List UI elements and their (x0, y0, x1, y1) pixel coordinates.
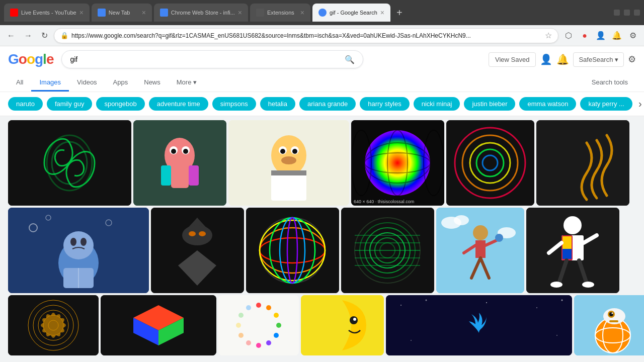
svg-point-132 (426, 300, 427, 301)
svg-text:640 × 640 · thisiscolossal.com: 640 × 640 · thisiscolossal.com (354, 199, 414, 204)
user-account-button[interactable]: 👤 (540, 53, 552, 65)
cat-katy-perry[interactable]: katy perry ... (580, 97, 632, 111)
new-tab-button[interactable]: + (392, 5, 407, 21)
ext-icon-1[interactable]: ⬡ (561, 29, 576, 43)
back-button[interactable]: ← (4, 29, 18, 42)
image-item-yellow-slinky[interactable] (536, 120, 629, 206)
image-item-mandala[interactable] (8, 295, 99, 355)
search-submit-button[interactable]: 🔍 (345, 55, 355, 64)
address-bar[interactable]: 🔒 https://www.google.com/search?q=gif&rl… (54, 28, 558, 43)
cat-family-guy[interactable]: family guy (47, 97, 93, 111)
cat-adventure-time[interactable]: adventure time (149, 97, 208, 111)
notifications-button[interactable]: 🔔 (556, 53, 569, 65)
svg-point-119 (274, 333, 279, 338)
tab-search-tools[interactable]: Search tools (584, 74, 636, 92)
forward-button[interactable]: → (21, 29, 35, 42)
cat-naruto[interactable]: naruto (8, 97, 43, 111)
tab-more[interactable]: More ▾ (169, 74, 205, 92)
image-item-3d-cube[interactable] (101, 295, 216, 355)
image-item-circle-rings[interactable] (446, 120, 534, 206)
svg-point-13 (271, 135, 306, 175)
image-item-dots-circle[interactable] (218, 295, 299, 355)
svg-point-17 (292, 149, 297, 154)
ext-favicon (256, 9, 264, 17)
image-item-batman[interactable] (151, 208, 244, 293)
star-icon[interactable]: ☆ (545, 31, 552, 40)
svg-point-126 (246, 305, 251, 310)
search-box[interactable]: 🔍 (61, 50, 363, 68)
search-input[interactable] (70, 55, 341, 63)
svg-point-131 (400, 305, 401, 306)
tab-ext-close[interactable]: × (300, 9, 304, 17)
tab-videos[interactable]: Videos (69, 74, 105, 92)
category-next-button[interactable]: › (636, 96, 644, 112)
tab-apps[interactable]: Apps (105, 74, 136, 92)
cat-hetalia[interactable]: hetalia (260, 97, 295, 111)
image-grid: 640 × 640 · thisiscolossal.com (0, 116, 644, 359)
image-item-rainbow-sphere[interactable]: 640 × 640 · thisiscolossal.com (351, 120, 444, 206)
svg-point-77 (454, 215, 469, 225)
maximize-button[interactable] (624, 10, 630, 16)
tab-search-label: gif - Google Search (330, 10, 377, 16)
svg-point-18 (281, 156, 296, 164)
svg-point-122 (246, 340, 251, 345)
image-item-blue-character[interactable] (8, 208, 149, 293)
tab-ext-label: Extensions (267, 10, 297, 16)
tab-news[interactable]: News (136, 74, 169, 92)
cat-simpsons[interactable]: simpsons (212, 97, 256, 111)
cat-emma-watson[interactable]: emma watson (519, 97, 576, 111)
image-item-green-spiral2[interactable] (341, 208, 434, 293)
ext-icon-2[interactable]: ● (578, 29, 592, 43)
tab-search-close[interactable]: × (380, 9, 384, 17)
cat-ariana-grande[interactable]: ariana grande (299, 97, 356, 111)
tab-youtube-close[interactable]: × (79, 9, 84, 17)
cat-harry-styles[interactable]: harry styles (360, 97, 409, 111)
tab-images[interactable]: Images (31, 74, 69, 92)
image-item-rainbow-globe[interactable] (246, 208, 339, 293)
tab-newtab-close[interactable]: × (142, 9, 146, 17)
tab-chrome-store[interactable]: Chrome Web Store - infi... × (154, 4, 248, 22)
ext-icon-4[interactable]: 🔔 (610, 29, 624, 43)
image-item-twitter[interactable] (386, 295, 572, 355)
image-item-spiral-green[interactable] (8, 120, 131, 206)
cat-justin-bieber[interactable]: justin bieber (464, 97, 515, 111)
svg-point-87 (564, 216, 582, 234)
google-logo: Google (8, 51, 53, 67)
image-item-dancing-white[interactable] (526, 208, 619, 293)
svg-rect-80 (475, 240, 486, 258)
google-top-row: Google 🔍 View Saved 👤 🔔 SafeSearch ▾ ⚙ (8, 50, 636, 72)
svg-point-120 (266, 340, 271, 345)
svg-point-41 (63, 231, 94, 259)
svg-point-117 (274, 313, 279, 318)
safesearch-button[interactable]: SafeSearch ▾ (573, 52, 624, 67)
svg-rect-11 (189, 165, 199, 186)
image-item-homer[interactable] (228, 120, 349, 206)
close-button[interactable] (634, 10, 640, 16)
tab-store-close[interactable]: × (238, 9, 242, 17)
svg-point-135 (561, 300, 563, 301)
svg-point-22 (365, 130, 430, 196)
svg-point-7 (171, 149, 176, 154)
google-favicon (318, 9, 327, 17)
svg-point-123 (238, 333, 244, 338)
ext-icon-3[interactable]: 👤 (594, 29, 608, 43)
tab-newtab[interactable]: New Tab × (92, 4, 152, 22)
tab-extensions[interactable]: Extensions × (250, 4, 310, 22)
image-item-bb8[interactable] (574, 295, 644, 355)
refresh-button[interactable]: ↻ (38, 29, 51, 42)
tab-youtube[interactable]: Live Events - YouTube × (4, 4, 90, 22)
svg-rect-20 (271, 170, 306, 175)
image-item-dancing-figure[interactable] (436, 208, 524, 293)
settings-icon[interactable]: ⚙ (626, 29, 640, 43)
image-item-banana-moon[interactable] (301, 295, 384, 355)
store-favicon (160, 9, 168, 17)
window-controls (614, 10, 640, 16)
tab-all[interactable]: All (8, 74, 31, 92)
cat-nicki-minaj[interactable]: nicki minaj (414, 97, 460, 111)
image-item-pink-character[interactable] (133, 120, 226, 206)
cat-spongebob[interactable]: spongebob (96, 97, 144, 111)
minimize-button[interactable] (614, 10, 620, 16)
view-saved-button[interactable]: View Saved (489, 52, 536, 67)
more-options-button[interactable]: ⚙ (628, 54, 636, 65)
tab-google-search[interactable]: gif - Google Search × (312, 4, 390, 22)
